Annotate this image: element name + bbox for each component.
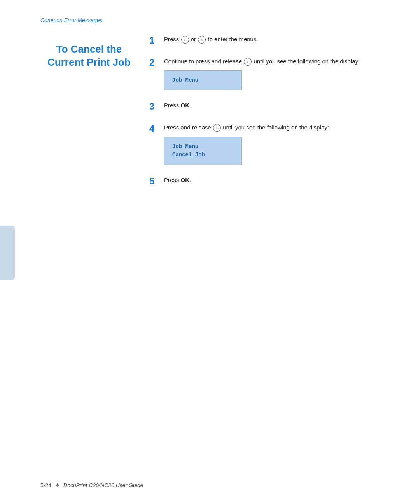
step-number-3: 3	[149, 101, 159, 112]
step-number-2: 2	[149, 57, 159, 68]
footer-diamond: ❖	[55, 483, 60, 488]
left-panel: To Cancel the Current Print Job	[40, 35, 149, 198]
display-line-cancel-job: Cancel Job	[172, 151, 234, 159]
step-2: 2 Continue to press and release › until …	[149, 57, 397, 91]
step-3: 3 Press OK.	[149, 101, 397, 112]
step-number-1: 1	[149, 35, 159, 46]
step-content-5: Press OK.	[164, 176, 397, 185]
step-5: 5 Press OK.	[149, 176, 397, 187]
step-content-2: Continue to press and release › until yo…	[164, 57, 397, 91]
content-area: To Cancel the Current Print Job 1 Press …	[40, 35, 397, 198]
right-panel: 1 Press › or ‹ to enter the menus. 2 Con…	[149, 35, 397, 198]
display-box-1: Job Menu	[164, 70, 242, 90]
forward-icon-2: ›	[244, 58, 252, 66]
section-title: To Cancel the Current Print Job	[40, 43, 138, 69]
step-number-5: 5	[149, 176, 159, 187]
display-line-job-menu-1: Job Menu	[172, 76, 234, 84]
step-content-1: Press › or ‹ to enter the menus.	[164, 35, 397, 44]
ok-label-3: OK	[181, 102, 190, 108]
page-container: Common Error Messages To Cancel the Curr…	[0, 0, 420, 504]
forward-icon-4: ›	[213, 124, 221, 132]
footer-title: DocuPrint C20/NC20 User Guide	[63, 482, 143, 488]
step-1: 1 Press › or ‹ to enter the menus.	[149, 35, 397, 46]
step-content-3: Press OK.	[164, 101, 397, 110]
ok-label-5: OK	[181, 177, 190, 183]
breadcrumb: Common Error Messages	[40, 17, 397, 23]
footer-page: 5-24	[40, 482, 51, 488]
step-content-4: Press and release › until you see the fo…	[164, 123, 397, 165]
display-line-job-menu-2: Job Menu	[172, 143, 234, 151]
side-tab	[0, 226, 15, 280]
step-4: 4 Press and release › until you see the …	[149, 123, 397, 165]
forward-icon-1: ›	[181, 36, 189, 44]
page-footer: 5-24 ❖ DocuPrint C20/NC20 User Guide	[40, 482, 397, 488]
back-icon-1: ‹	[198, 36, 206, 44]
step-number-4: 4	[149, 123, 159, 135]
display-box-2: Job Menu Cancel Job	[164, 137, 242, 165]
step-list: 1 Press › or ‹ to enter the menus. 2 Con…	[149, 35, 397, 187]
